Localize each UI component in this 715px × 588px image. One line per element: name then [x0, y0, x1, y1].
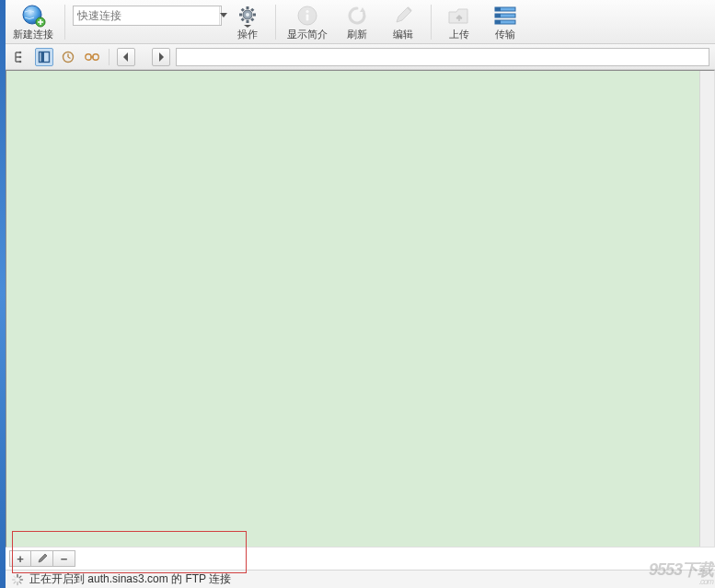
- link-icon[interactable]: [83, 48, 101, 66]
- pencil-icon: [389, 4, 417, 28]
- toolbar-separator: [431, 5, 432, 40]
- svg-point-21: [19, 51, 22, 53]
- pencil-icon: [37, 553, 48, 564]
- svg-point-13: [306, 10, 308, 13]
- quick-connect-input[interactable]: [74, 6, 219, 25]
- lower-toolbar: + −: [6, 548, 715, 570]
- info-icon: [294, 4, 321, 28]
- svg-rect-20: [495, 20, 501, 24]
- svg-line-10: [251, 9, 253, 11]
- edit-entry-button[interactable]: [31, 550, 53, 567]
- actions-button[interactable]: 操作: [227, 2, 268, 43]
- upload-folder-icon: [445, 4, 473, 28]
- actions-label: 操作: [237, 28, 258, 40]
- tree-view-icon[interactable]: [11, 48, 29, 66]
- loading-spinner-icon: [11, 573, 24, 586]
- toolbar-separator: [64, 5, 65, 40]
- remove-button[interactable]: −: [53, 550, 75, 567]
- toolbar-separator: [275, 5, 276, 40]
- svg-rect-19: [495, 14, 501, 17]
- svg-line-33: [19, 582, 21, 583]
- dropdown-arrow-icon[interactable]: [219, 6, 227, 25]
- quick-connect-combo[interactable]: [73, 6, 222, 26]
- vertical-scrollbar[interactable]: [699, 71, 714, 547]
- transfer-button[interactable]: 传输: [485, 2, 525, 43]
- upload-button[interactable]: 上传: [439, 2, 479, 43]
- svg-line-7: [242, 9, 244, 11]
- refresh-button[interactable]: 刷新: [337, 2, 377, 43]
- clock-icon[interactable]: [59, 48, 77, 66]
- upload-label: 上传: [449, 28, 469, 40]
- edit-button[interactable]: 编辑: [383, 2, 423, 43]
- transfer-label: 传输: [495, 28, 515, 40]
- transfer-list-icon: [491, 4, 519, 28]
- edit-label: 编辑: [393, 28, 413, 40]
- forward-button[interactable]: [152, 48, 170, 66]
- subbar-separator: [109, 49, 110, 65]
- show-intro-button[interactable]: 显示简介: [283, 2, 331, 43]
- svg-rect-25: [41, 52, 45, 62]
- svg-point-11: [246, 13, 249, 17]
- refresh-icon: [343, 4, 371, 28]
- svg-line-9: [242, 18, 244, 20]
- svg-line-35: [14, 582, 16, 583]
- svg-point-22: [19, 55, 22, 58]
- add-button[interactable]: +: [9, 550, 31, 567]
- window-frame: 新建连接: [0, 0, 715, 588]
- new-connection-button[interactable]: 新建连接: [9, 2, 57, 43]
- new-connection-label: 新建连接: [13, 28, 53, 40]
- status-bar: 正在开启到 auth.sinas3.com 的 FTP 连接: [6, 570, 715, 588]
- svg-rect-14: [306, 15, 309, 21]
- quick-connect-wrap: [73, 2, 222, 43]
- svg-line-37: [14, 576, 16, 578]
- svg-line-31: [19, 576, 21, 578]
- main-toolbar: 新建连接: [6, 0, 715, 44]
- back-button[interactable]: [117, 48, 135, 66]
- svg-rect-18: [495, 7, 501, 11]
- gear-icon: [234, 4, 261, 28]
- svg-line-8: [251, 18, 253, 20]
- status-text: 正在开启到 auth.sinas3.com 的 FTP 连接: [29, 571, 231, 587]
- file-list-area[interactable]: [6, 70, 715, 548]
- column-view-icon[interactable]: [35, 48, 53, 66]
- sub-toolbar: [6, 44, 715, 70]
- show-intro-label: 显示简介: [287, 28, 328, 40]
- watermark: 9553下载 .com: [649, 559, 713, 586]
- address-bar[interactable]: [176, 48, 709, 66]
- watermark-text: 9553下载: [649, 560, 713, 579]
- svg-point-23: [19, 60, 22, 63]
- refresh-label: 刷新: [347, 28, 367, 40]
- globe-icon: [19, 4, 47, 28]
